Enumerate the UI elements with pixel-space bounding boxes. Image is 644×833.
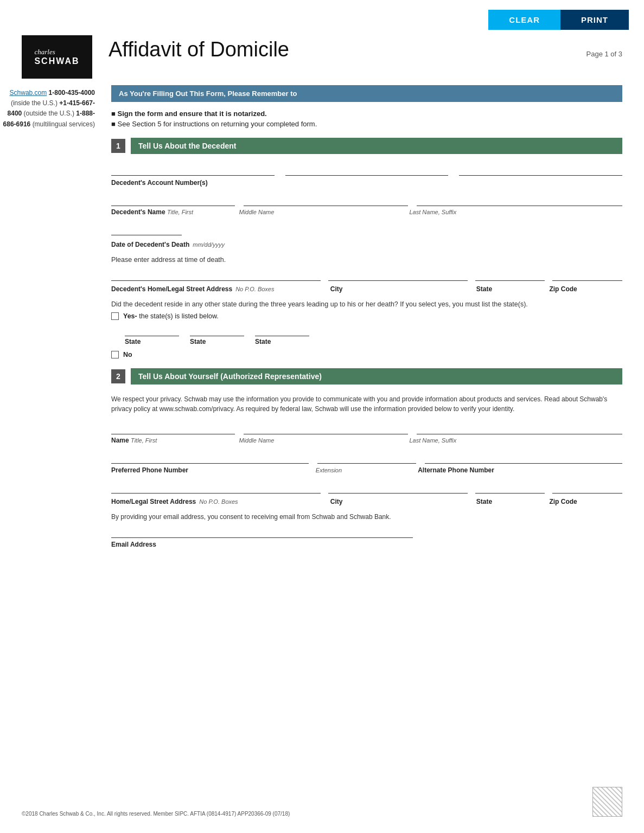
section1-number: 1 <box>111 139 125 153</box>
account-label: Decedent's Account Number(s) <box>111 179 622 187</box>
email-row <box>111 526 622 538</box>
state1-group: State <box>125 324 179 345</box>
dod-label: Date of Decedent's Death <box>111 241 189 248</box>
yes-label: Yes- the state(s) is listed below. <box>123 312 219 320</box>
preferred-phone-label: Preferred Phone Number <box>111 466 188 474</box>
decedent-city-group <box>328 269 468 281</box>
logo-name-line1: charles <box>34 48 55 56</box>
rep-name-title-hint: Title, First <box>131 437 157 444</box>
instruction-2: ■ See Section 5 for instructions on retu… <box>111 120 622 128</box>
header-area: charles SCHWAB Affidavit of Domicile Pag… <box>0 35 644 79</box>
rep-name-labels: Name Title, First Middle Name Last Name,… <box>111 437 622 444</box>
website-link[interactable]: Schwab.com <box>10 89 47 97</box>
rep-state-label: State <box>476 498 492 505</box>
rep-name-last-field[interactable] <box>417 422 622 434</box>
decedent-state-label: State <box>476 285 492 293</box>
rep-name-middle-field[interactable] <box>244 422 408 434</box>
reside-question: Did the decedent reside in any other sta… <box>111 300 622 308</box>
account-numbers-section: Decedent's Account Number(s) <box>111 164 622 187</box>
rep-street-group <box>111 482 321 494</box>
rep-address-row <box>111 482 622 494</box>
logo-name-line2: SCHWAB <box>34 56 79 66</box>
state3-field[interactable] <box>255 324 309 336</box>
rep-zip-group <box>552 482 622 494</box>
privacy-text: We respect your privacy. Schwab may use … <box>111 394 622 414</box>
email-note: By providing your email address, you con… <box>111 513 622 521</box>
rep-state-group <box>475 482 545 494</box>
rep-city-field[interactable] <box>328 482 468 494</box>
rep-city-group <box>328 482 468 494</box>
account-field-3[interactable] <box>459 164 622 176</box>
rep-zip-field[interactable] <box>552 482 622 494</box>
rep-name-title-first-field[interactable] <box>111 422 235 434</box>
decedent-address-label: Decedent's Home/Legal Street Address <box>111 285 232 293</box>
rep-street-field[interactable] <box>111 482 321 494</box>
decedent-city-label: City <box>330 285 343 293</box>
email-section: Email Address <box>111 526 622 548</box>
decedent-state-field[interactable] <box>475 269 545 281</box>
email-field[interactable] <box>111 526 413 538</box>
decedent-zip-label: Zip Code <box>549 285 577 293</box>
rep-name-middle-hint: Middle Name <box>239 437 275 444</box>
print-button[interactable]: PRINT <box>560 10 629 30</box>
rep-state-field[interactable] <box>475 482 545 494</box>
section2-title-bar: Tell Us About Yourself (Authorized Repre… <box>131 368 622 385</box>
phone3-note: (multilingual services) <box>33 120 95 128</box>
no-checkbox[interactable] <box>111 351 119 358</box>
extension-hint: Extension <box>316 467 342 473</box>
decedent-name-middle-hint: Middle Name <box>239 209 275 215</box>
decedent-address-section: Decedent's Home/Legal Street Address No … <box>111 269 622 293</box>
preferred-phone-field[interactable] <box>111 452 309 464</box>
phone1: 1-800-435-4000 <box>49 89 95 97</box>
content-area: As You're Filling Out This Form, Please … <box>106 85 622 556</box>
decedent-city-field[interactable] <box>328 269 468 281</box>
state1-label: State <box>125 338 179 345</box>
no-label: No <box>123 351 132 358</box>
state2-label: State <box>190 338 244 345</box>
section1-title: Tell Us About the Decedent <box>138 142 236 150</box>
clear-button[interactable]: CLEAR <box>488 10 560 30</box>
account-field-2[interactable] <box>285 164 449 176</box>
decedent-zip-group <box>552 269 622 281</box>
email-label: Email Address <box>111 541 156 548</box>
footer-text: ©2018 Charles Schwab & Co., Inc. All rig… <box>22 811 290 817</box>
decedent-name-label: Decedent's Name <box>111 208 165 216</box>
left-sidebar: Schwab.com 1-800-435-4000 (inside the U.… <box>0 85 106 556</box>
address-note: Please enter address at time of death. <box>111 256 622 264</box>
rep-name-label: Name <box>111 437 129 444</box>
decedent-name-last-field[interactable] <box>417 194 622 206</box>
main-layout: Schwab.com 1-800-435-4000 (inside the U.… <box>0 85 644 556</box>
page-info: Page 1 of 3 <box>586 50 623 58</box>
section2-header: 2 Tell Us About Yourself (Authorized Rep… <box>111 368 622 385</box>
section1-header: 1 Tell Us About the Decedent <box>111 138 622 154</box>
qr-code <box>592 787 622 817</box>
phone1-note: (inside the U.S.) <box>11 99 58 107</box>
instruction-1: ■ Sign the form and ensure that it is no… <box>111 110 622 118</box>
rep-name-last-hint: Last Name, Suffix <box>410 437 457 444</box>
decedent-name-labels: Decedent's Name Title, First Middle Name… <box>111 208 622 216</box>
rep-name-row <box>111 422 622 434</box>
decedent-street-field[interactable] <box>111 269 321 281</box>
state1-field[interactable] <box>125 324 179 336</box>
yes-checkbox[interactable] <box>111 312 119 320</box>
title-section: Affidavit of Domicile Page 1 of 3 <box>109 35 622 61</box>
decedent-name-middle-field[interactable] <box>244 194 408 206</box>
no-checkbox-row: No <box>111 351 622 358</box>
account-field-1[interactable] <box>111 164 275 176</box>
decedent-name-title-first-field[interactable] <box>111 194 235 206</box>
decedent-street-group <box>111 269 321 281</box>
account-numbers-row <box>111 164 622 176</box>
rep-address-label: Home/Legal Street Address <box>111 498 196 505</box>
extension-field[interactable] <box>317 452 416 464</box>
alt-phone-field[interactable] <box>425 452 622 464</box>
decedent-name-row <box>111 194 622 206</box>
decedent-zip-field[interactable] <box>552 269 622 281</box>
decedent-name-section: Decedent's Name Title, First Middle Name… <box>111 194 622 216</box>
state3-label: State <box>255 338 309 345</box>
state2-field[interactable] <box>190 324 244 336</box>
section2-number: 2 <box>111 369 125 383</box>
section1-title-bar: Tell Us About the Decedent <box>131 138 622 154</box>
dod-field[interactable] <box>111 223 182 235</box>
decedent-address-hint: No P.O. Boxes <box>235 286 274 292</box>
decedent-name-last-hint: Last Name, Suffix <box>410 209 457 215</box>
